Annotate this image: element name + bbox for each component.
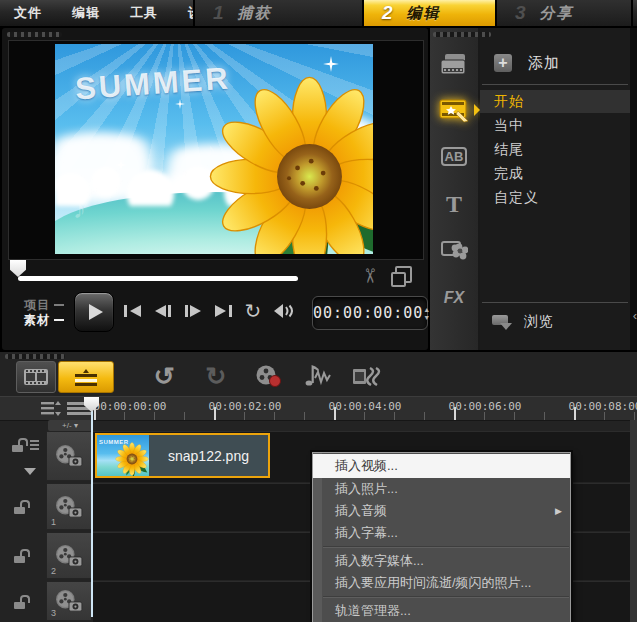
timeline-panel: ↺ ↻ — [0, 352, 637, 622]
scrubber-handle[interactable] — [10, 260, 26, 277]
track-manager-icon[interactable] — [40, 401, 62, 420]
menu-insert-photo[interactable]: 插入照片... — [313, 478, 570, 500]
timecode-field[interactable]: 00:00:00:00 ▲ ▼ — [312, 296, 428, 330]
lock-track-icon[interactable] — [14, 595, 30, 609]
ruler-label: 00:00:06:00 — [449, 400, 522, 413]
tab-capture-number: 1 — [213, 2, 224, 24]
list-item-custom[interactable]: 自定义 — [480, 186, 630, 209]
timeline-scrollbar[interactable] — [630, 420, 637, 622]
menu-insert-audio[interactable]: 插入音频 ▶ — [313, 500, 570, 522]
list-item-end[interactable]: 结尾 — [480, 138, 630, 161]
sparkle-art — [323, 56, 339, 72]
add-template-button[interactable]: + 添加 — [480, 46, 630, 80]
library-panel: AB T FX + 添加 开始 — [430, 28, 637, 350]
expand-tracks-arrow-icon[interactable] — [24, 468, 36, 475]
menu-separator — [323, 596, 569, 598]
next-frame-button[interactable] — [180, 301, 206, 321]
separator — [482, 302, 628, 303]
lock-track-icon[interactable] — [14, 500, 30, 514]
clip-thumbnail: SUMMER — [97, 435, 149, 476]
previous-frame-button[interactable] — [150, 301, 176, 321]
overlay-track-header-3[interactable]: 3 — [46, 581, 92, 621]
add-label: 添加 — [528, 54, 560, 73]
enlarge-preview-icon[interactable] — [395, 266, 412, 283]
menu-file[interactable]: 文件 — [14, 4, 42, 22]
volume-button[interactable] — [270, 301, 296, 321]
overlay-track-header-2[interactable]: 2 — [46, 532, 92, 579]
menu-insert-subtitle[interactable]: 插入字幕... — [313, 522, 570, 544]
clip-filename: snap122.png — [149, 435, 268, 476]
undo-button[interactable]: ↺ — [146, 361, 182, 391]
track-number: 2 — [51, 566, 56, 576]
tab-capture-label: 捕获 — [238, 4, 272, 23]
tab-share[interactable]: 3 分享 — [495, 0, 633, 26]
redo-button[interactable]: ↻ — [198, 361, 234, 391]
media-library-icon[interactable] — [430, 44, 478, 84]
instant-project-icon-selected[interactable] — [430, 90, 478, 130]
tab-share-label: 分享 — [540, 4, 574, 23]
browse-label: 浏览 — [524, 313, 554, 331]
track-number: 3 — [51, 608, 56, 618]
video-preview-frame: SUMMER ♪ ♪ — [8, 40, 424, 260]
menu-edit[interactable]: 编辑 — [72, 4, 100, 22]
mode-project[interactable]: 项目 — [24, 298, 64, 313]
filter-fx-icon[interactable]: FX — [430, 278, 478, 318]
sunflower-art — [207, 74, 373, 254]
menu-insert-timelapse-photo[interactable]: 插入要应用时间流逝/频闪的照片... — [313, 572, 570, 594]
track-number: 1 — [51, 517, 56, 527]
preview-panel: SUMMER ♪ ♪ ✂ 项目 素材 — [2, 28, 428, 350]
thumb-sunflower-art — [115, 442, 149, 476]
play-button[interactable] — [74, 292, 114, 332]
timecode-value[interactable]: 00:00:00:00 — [313, 304, 423, 322]
browse-button[interactable]: 浏览 — [480, 308, 630, 336]
lock-all-tracks-icon[interactable] — [12, 438, 28, 452]
add-remove-track-button[interactable]: +/- ▾ — [48, 420, 92, 431]
tab-edit-active[interactable]: 2 编辑 — [362, 0, 495, 26]
timeline-view-button-selected[interactable] — [58, 361, 114, 393]
panel-grip-dots — [433, 32, 491, 37]
playback-mode-switch: 项目 素材 — [24, 298, 64, 328]
graphic-icon[interactable] — [430, 230, 478, 270]
split-clip-scissors-icon[interactable]: ✂ — [358, 268, 382, 285]
music-note-art: ♪ — [73, 194, 86, 225]
sound-mixer-icon[interactable] — [298, 361, 338, 391]
menubar: 文件 编辑 工具 设置 1 捕获 2 编辑 3 分享 — [0, 0, 637, 28]
mode-clip[interactable]: 素材 — [24, 313, 64, 328]
menu-insert-digital-media[interactable]: 插入数字媒体... — [313, 550, 570, 572]
app-window: 文件 编辑 工具 设置 1 捕获 2 编辑 3 分享 — [0, 0, 637, 622]
sparkle-art — [175, 99, 185, 109]
panel-grip-dots — [7, 32, 62, 37]
timeline-clip-snap122[interactable]: SUMMER snap122.png — [95, 433, 270, 478]
panel-collapse-strip[interactable]: ‹ — [630, 28, 637, 350]
storyboard-view-button[interactable] — [16, 361, 56, 393]
menu-track-manager[interactable]: 轨道管理器... — [313, 600, 570, 622]
list-item-start[interactable]: 开始 — [480, 90, 630, 113]
menu-insert-video[interactable]: 插入视频... — [313, 454, 570, 478]
title-icon[interactable]: T — [430, 184, 478, 224]
overlay-track-header-1[interactable]: 1 — [46, 483, 92, 530]
video-track-header[interactable] — [46, 431, 92, 481]
list-item-middle[interactable]: 当中 — [480, 114, 630, 137]
transition-icon[interactable]: AB — [430, 136, 478, 176]
ripple-editing-icon[interactable] — [346, 361, 388, 391]
list-item-complete[interactable]: 完成 — [480, 162, 630, 185]
tab-capture[interactable]: 1 捕获 — [193, 0, 362, 26]
ruler-label: 00:00:00:00 — [94, 400, 167, 413]
collapse-arrow-icon[interactable]: ‹ — [633, 310, 637, 322]
repeat-button[interactable]: ↻ — [240, 301, 266, 321]
template-list: + 添加 开始 当中 结尾 完成 自定义 浏览 — [480, 28, 630, 350]
go-to-end-button[interactable] — [210, 301, 236, 321]
submenu-arrow-icon: ▶ — [555, 500, 562, 522]
lock-track-icon[interactable] — [14, 549, 30, 563]
separator — [482, 84, 628, 85]
browse-icon — [492, 315, 512, 330]
tab-edit-number: 2 — [382, 2, 393, 24]
menu-tools[interactable]: 工具 — [130, 4, 158, 22]
record-capture-option-icon[interactable] — [248, 361, 288, 391]
tab-edit-label: 编辑 — [407, 4, 441, 23]
panel-grip-dots — [5, 354, 65, 359]
trim-bar[interactable] — [18, 276, 298, 281]
track-list-icon — [30, 440, 39, 450]
library-category-strip: AB T FX — [430, 28, 478, 350]
go-to-start-button[interactable] — [120, 301, 146, 321]
